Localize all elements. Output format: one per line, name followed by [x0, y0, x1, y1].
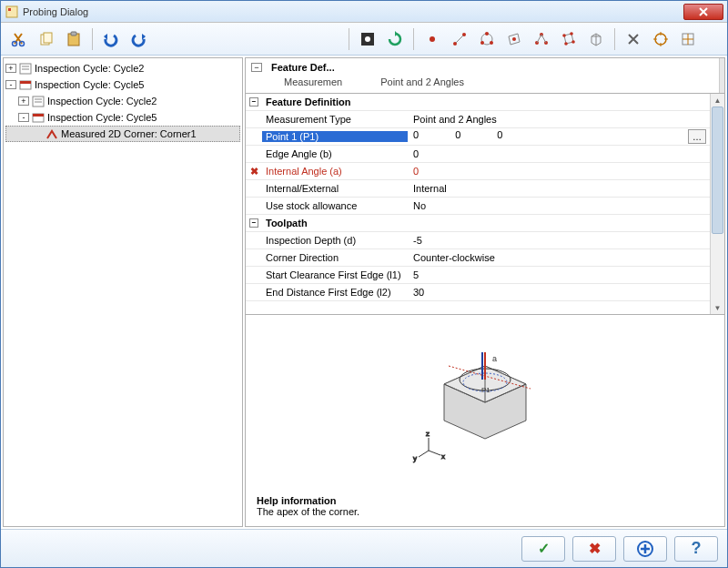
help-heading: Help information: [257, 495, 713, 506]
scrollbar[interactable]: ▲ ▼: [710, 94, 724, 314]
svg-line-64: [419, 451, 429, 457]
header-divider: [719, 58, 724, 93]
scroll-down-icon[interactable]: ▼: [711, 301, 724, 314]
error-icon: ✖: [250, 166, 258, 178]
svg-point-24: [562, 34, 566, 37]
calibrate-icon[interactable]: [675, 26, 701, 52]
app-icon: [5, 5, 19, 19]
property-row[interactable]: Point 1 (P1)000…: [246, 128, 710, 146]
cut-icon[interactable]: [6, 26, 32, 52]
toolbar: [1, 23, 727, 56]
ellipsis-button[interactable]: …: [688, 129, 706, 144]
property-row[interactable]: Internal/ExternalInternal: [246, 180, 710, 198]
probe-circle-icon[interactable]: [474, 26, 500, 52]
tree-node[interactable]: +Inspection Cycle: Cycle2: [5, 60, 240, 76]
group-collapse-icon[interactable]: −: [249, 218, 258, 228]
copy-icon[interactable]: [34, 26, 59, 52]
property-row[interactable]: End Distance First Edge (l2)30: [246, 284, 710, 301]
property-group-header[interactable]: −Toolpath: [246, 215, 710, 232]
paste-icon[interactable]: [61, 26, 86, 52]
right-pane: − Feature Def... Measuremen Point and 2 …: [245, 57, 725, 527]
property-value[interactable]: 30: [408, 287, 710, 298]
svg-point-17: [490, 41, 493, 45]
titlebar: Probing Dialog: [1, 1, 727, 23]
cancel-button[interactable]: ✖: [572, 536, 616, 562]
svg-rect-47: [33, 114, 44, 117]
property-value[interactable]: Point and 2 Angles: [408, 114, 710, 125]
toolbar-separator: [614, 28, 615, 50]
probe-line-icon[interactable]: [447, 26, 472, 52]
probing-dialog-window: Probing Dialog +Inspection Cycle: Cycle2…: [0, 0, 728, 568]
svg-point-9: [365, 36, 370, 42]
window-close-button[interactable]: [683, 4, 723, 20]
property-row[interactable]: Measurement TypePoint and 2 Angles: [246, 111, 710, 128]
tree-node-label: Measured 2D Corner: Corner1: [61, 128, 197, 139]
probe-point-icon[interactable]: [420, 26, 445, 52]
property-row[interactable]: Corner DirectionCounter-clockwise: [246, 249, 710, 267]
property-row[interactable]: Edge Angle (b)0: [246, 146, 710, 163]
delete-icon[interactable]: [621, 26, 646, 52]
svg-point-10: [430, 36, 435, 42]
tree-node[interactable]: Measured 2D Corner: Corner1: [5, 126, 240, 142]
redo-icon[interactable]: [126, 26, 151, 52]
property-group-header[interactable]: −Feature Definition: [246, 94, 710, 111]
property-value[interactable]: 0: [408, 166, 710, 177]
property-row[interactable]: Use stock allowanceNo: [246, 198, 710, 215]
tree-pane[interactable]: +Inspection Cycle: Cycle2-Inspection Cyc…: [3, 57, 243, 527]
property-row[interactable]: Inspection Depth (d)-5: [246, 232, 710, 249]
property-name: Corner Direction: [262, 252, 408, 263]
tree-expander-icon[interactable]: +: [5, 64, 16, 73]
undo-icon[interactable]: [98, 26, 124, 52]
add-button[interactable]: [623, 536, 667, 562]
tree-expander-icon[interactable]: +: [18, 96, 29, 106]
content-area: +Inspection Cycle: Cycle2-Inspection Cyc…: [1, 56, 727, 529]
target-icon[interactable]: [648, 26, 673, 52]
property-value[interactable]: 0: [408, 148, 710, 159]
tree-node-label: Inspection Cycle: Cycle5: [47, 112, 157, 123]
property-row[interactable]: ✖Internal Angle (a)0: [246, 163, 710, 180]
property-value[interactable]: Internal: [408, 183, 710, 194]
tree-node[interactable]: -Inspection Cycle: Cycle5: [5, 76, 240, 93]
svg-point-18: [512, 37, 516, 41]
property-name: Internal Angle (a): [262, 166, 408, 177]
ok-button[interactable]: ✓: [521, 536, 565, 562]
header-label: Feature Def...: [266, 62, 340, 73]
probe-3point-icon[interactable]: [529, 26, 554, 52]
svg-rect-42: [20, 81, 31, 84]
svg-line-62: [429, 451, 440, 455]
tree-expander-icon[interactable]: -: [18, 113, 29, 122]
property-value[interactable]: No: [408, 200, 710, 211]
property-name: Inspection Depth (d): [262, 235, 408, 246]
scroll-up-icon[interactable]: ▲: [711, 94, 724, 106]
group-collapse-icon[interactable]: −: [249, 97, 258, 106]
scroll-thumb[interactable]: [712, 106, 723, 234]
property-value[interactable]: Counter-clockwise: [408, 252, 710, 263]
toolbar-separator: [413, 28, 414, 50]
tree-node[interactable]: +Inspection Cycle: Cycle2: [5, 93, 240, 109]
refresh-icon[interactable]: [382, 26, 408, 52]
toolbar-separator: [92, 28, 93, 50]
svg-text:x: x: [441, 452, 445, 461]
property-value[interactable]: -5: [408, 235, 710, 246]
property-row[interactable]: Start Clearance First Edge (l1)5: [246, 267, 710, 284]
probe-box-icon[interactable]: [556, 26, 581, 52]
property-value[interactable]: 5: [408, 269, 710, 280]
tree-node[interactable]: -Inspection Cycle: Cycle5: [5, 109, 240, 126]
preview-image: a P1 z x y: [246, 315, 724, 490]
probe-cube-icon[interactable]: [583, 26, 609, 52]
svg-text:y: y: [413, 454, 417, 462]
probe-point-dark-icon[interactable]: [355, 26, 380, 52]
help-text: The apex of the corner.: [257, 506, 713, 517]
tree-expander-icon[interactable]: -: [5, 80, 16, 89]
help-button[interactable]: ?: [674, 536, 718, 562]
svg-point-26: [571, 40, 575, 44]
svg-point-16: [480, 41, 484, 45]
property-value[interactable]: 000…: [408, 129, 710, 144]
header-collapse-icon[interactable]: −: [251, 63, 262, 72]
probe-plane-icon[interactable]: [501, 26, 527, 52]
svg-text:z: z: [426, 430, 430, 438]
property-name: End Distance First Edge (l2): [262, 287, 408, 298]
header-subfield-name: Measuremen: [284, 76, 342, 93]
tree-node-label: Inspection Cycle: Cycle2: [35, 63, 144, 74]
svg-point-25: [570, 32, 573, 36]
